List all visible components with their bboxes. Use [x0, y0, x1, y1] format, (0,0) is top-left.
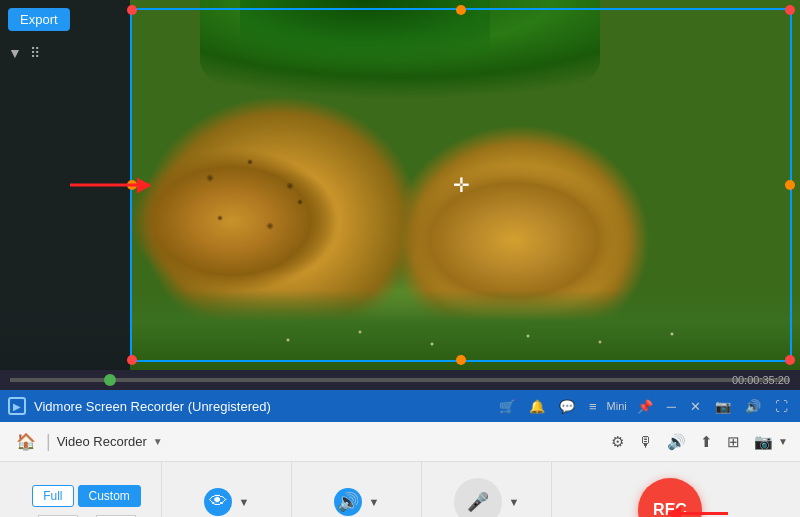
filter-icon[interactable]: ▼ — [8, 45, 22, 61]
camera-control-dropdown[interactable]: ▼ — [239, 496, 250, 508]
controls-panel: Full Custom ⇄ 👁 ▼ Take photo 🔊 ▼ System … — [0, 462, 800, 517]
audio-circle-icon: 🔊 — [337, 491, 359, 513]
camera-with-dropdown: 👁 ▼ — [204, 488, 250, 516]
app-icon: ▶ — [8, 397, 26, 415]
export-button[interactable]: Export — [8, 8, 70, 31]
mic-toolbar-btn[interactable]: 🎙 — [635, 430, 656, 453]
main-toolbar: 🏠 | Video Recorder ▼ ⚙ 🎙 🔊 ⬆ ⊞ 📷 ▼ — [0, 422, 800, 462]
pin-icon-btn[interactable]: 📌 — [633, 397, 657, 416]
camera-section: 📷 ▼ — [751, 430, 788, 454]
rec-arrow-line — [668, 512, 728, 515]
mic-control-group: 🎤 ▼ Microphone — [422, 462, 552, 517]
recorder-controls: 🛒 🔔 💬 ≡ Mini 📌 ─ ✕ 📷 🔊 ⛶ — [495, 397, 792, 416]
left-indicator-arrow — [70, 184, 150, 187]
settings-icon-btn[interactable]: ⚙ — [608, 430, 627, 454]
timeline-time: 00:00:35:20 — [732, 374, 790, 386]
audio-with-dropdown: 🔊 ▼ — [334, 488, 380, 516]
recorder-title: Vidmore Screen Recorder (Unregistered) — [34, 399, 487, 414]
more-toolbar-btn[interactable]: ⊞ — [724, 430, 743, 454]
mini-button[interactable]: Mini — [607, 400, 627, 412]
screenshot-icon-btn[interactable]: 📷 — [711, 397, 735, 416]
arrow-line — [70, 184, 150, 187]
breadcrumb-separator: | — [44, 431, 53, 452]
rec-indicator-arrow — [668, 501, 728, 518]
sidebar-tools: ▼ ⠿ — [8, 41, 40, 65]
export-toolbar-btn[interactable]: ⬆ — [697, 430, 716, 454]
timeline-bar: 00:00:35:20 — [0, 370, 800, 390]
leaves-decoration-2 — [240, 0, 490, 90]
volume-icon-btn[interactable]: 🔊 — [741, 397, 765, 416]
region-control-group: Full Custom ⇄ — [12, 462, 162, 517]
camera-circle-icon: 👁 — [209, 491, 227, 512]
camera-toolbar-btn[interactable]: 📷 — [751, 430, 776, 454]
size-buttons: Full Custom — [32, 485, 141, 507]
timeline-progress[interactable] — [10, 378, 790, 382]
audio-control-group: 🔊 ▼ System Audio — [292, 462, 422, 517]
home-icon[interactable]: 🏠 — [12, 432, 40, 451]
camera-circle-btn[interactable]: 👁 — [204, 488, 232, 516]
audio-control-dropdown[interactable]: ▼ — [369, 496, 380, 508]
minimize-button[interactable]: ─ — [663, 397, 680, 416]
cart-icon-btn[interactable]: 🛒 — [495, 397, 519, 416]
close-button[interactable]: ✕ — [686, 397, 705, 416]
chat-icon-btn[interactable]: 💬 — [555, 397, 579, 416]
speaker-toolbar-btn[interactable]: 🔊 — [664, 430, 689, 454]
custom-button[interactable]: Custom — [78, 485, 141, 507]
video-recorder-dropdown[interactable]: ▼ — [153, 436, 163, 447]
toolbar-right-controls: ⚙ 🎙 🔊 ⬆ ⊞ 📷 ▼ — [608, 430, 788, 454]
rec-area: REC — [552, 478, 788, 518]
audio-circle-btn[interactable]: 🔊 — [334, 488, 362, 516]
mic-circle-btn[interactable]: 🎤 — [454, 478, 502, 518]
recorder-title-bar: ▶ Vidmore Screen Recorder (Unregistered)… — [0, 390, 800, 422]
bell-icon-btn[interactable]: 🔔 — [525, 397, 549, 416]
camera-dropdown-arrow[interactable]: ▼ — [778, 436, 788, 447]
camera-control-group: 👁 ▼ Take photo — [162, 462, 292, 517]
menu-icon-btn[interactable]: ≡ — [585, 397, 601, 416]
mic-control-dropdown[interactable]: ▼ — [509, 496, 520, 508]
mic-with-dropdown: 🎤 ▼ — [454, 478, 520, 518]
mic-circle-icon: 🎤 — [467, 491, 489, 513]
video-preview: Export ▼ ⠿ ✛ — [0, 0, 800, 370]
video-recorder-label: Video Recorder — [57, 434, 147, 449]
full-button[interactable]: Full — [32, 485, 73, 507]
fullscreen-icon-btn[interactable]: ⛶ — [771, 397, 792, 416]
grid-icon[interactable]: ⠿ — [30, 45, 40, 61]
timeline-knob[interactable] — [104, 374, 116, 386]
